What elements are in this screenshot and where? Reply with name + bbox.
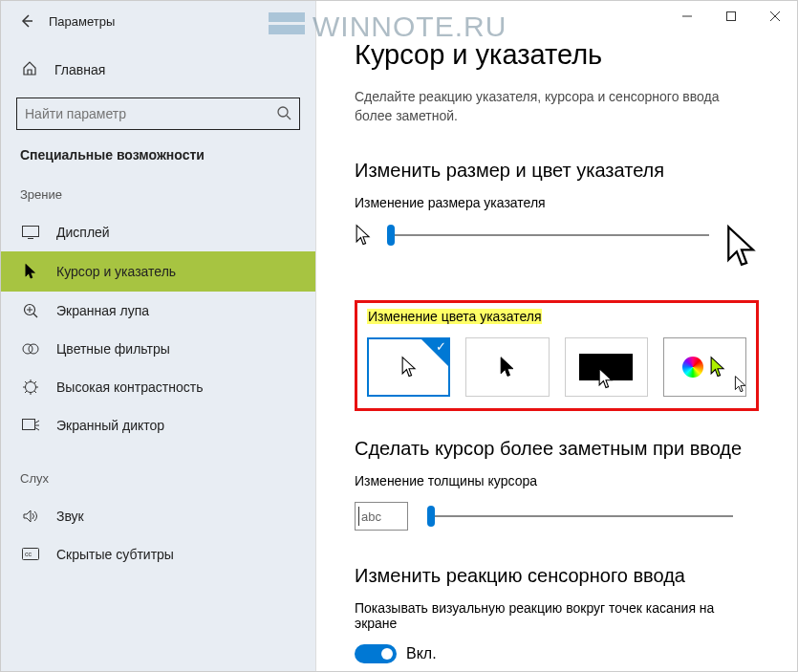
color-filters-icon: [22, 342, 39, 356]
touch-feedback-toggle-label: Вкл.: [406, 645, 437, 662]
sidebar-item-high-contrast[interactable]: Высокая контрастность: [1, 368, 315, 406]
sidebar-home-label: Главная: [54, 62, 105, 77]
pointer-size-row: [355, 224, 759, 273]
pointer-icon-large: [724, 224, 759, 273]
svg-text:cc: cc: [25, 551, 32, 557]
svg-point-13: [23, 344, 32, 354]
svg-rect-7: [23, 227, 39, 237]
cursor-thickness-preview: abc: [355, 502, 408, 531]
pointer-icon-small: [355, 224, 372, 250]
svg-line-6: [287, 116, 291, 119]
sidebar-home[interactable]: Главная: [1, 54, 315, 88]
page-subtitle: Сделайте реакцию указателя, курсора и се…: [355, 88, 759, 125]
color-wheel-icon: [682, 357, 703, 378]
sidebar-item-label: Звук: [56, 509, 84, 524]
captions-icon: cc: [22, 548, 39, 561]
cursor-thickness-row: abc: [355, 502, 759, 531]
svg-point-15: [26, 382, 36, 393]
back-button[interactable]: [18, 12, 35, 30]
cursor-sample-text: abc: [361, 509, 381, 524]
svg-line-12: [33, 314, 37, 317]
main-content: Курсор и указатель Сделайте реакцию указ…: [316, 1, 797, 671]
close-button[interactable]: [753, 1, 797, 32]
svg-rect-24: [23, 420, 35, 430]
sidebar-item-label: Экранная лупа: [56, 303, 149, 318]
home-icon: [22, 60, 37, 78]
sidebar-section-label: Специальные возможности: [1, 147, 315, 187]
svg-line-21: [34, 391, 36, 393]
section-pointer-heading: Изменить размер и цвет указателя: [355, 160, 759, 182]
minimize-button[interactable]: [665, 1, 709, 32]
sidebar-item-label: Цветные фильтры: [56, 341, 170, 357]
sidebar-item-magnifier[interactable]: Экранная лупа: [1, 292, 315, 330]
magnifier-icon: [22, 303, 39, 318]
sidebar-group-hearing: Слух: [1, 471, 315, 497]
sidebar-item-color-filters[interactable]: Цветные фильтры: [1, 330, 315, 368]
section-cursor-heading: Сделать курсор более заметным при вводе: [355, 438, 759, 460]
sidebar-item-label: Скрытые субтитры: [56, 547, 174, 562]
page-title: Курсор и указатель: [355, 39, 759, 71]
pointer-size-label: Изменение размера указателя: [355, 195, 759, 210]
window-controls: [665, 1, 797, 32]
pointer-color-black[interactable]: [465, 337, 549, 397]
maximize-button[interactable]: [709, 1, 753, 32]
sidebar-item-audio[interactable]: Звук: [1, 497, 315, 535]
cursor-thickness-label: Изменение толщины курсора: [355, 473, 759, 488]
sidebar-item-narrator[interactable]: Экранный диктор: [1, 406, 315, 444]
touch-feedback-label: Показывать визуальную реакцию вокруг точ…: [355, 600, 759, 631]
contrast-icon: [22, 379, 39, 395]
svg-line-20: [25, 381, 27, 383]
svg-line-23: [25, 391, 27, 393]
svg-line-22: [34, 381, 36, 383]
search-box[interactable]: [16, 98, 300, 130]
section-touch-heading: Изменить реакцию сенсорного ввода: [355, 565, 759, 587]
sidebar-item-captions[interactable]: cc Скрытые субтитры: [1, 535, 315, 574]
sidebar-item-display[interactable]: Дисплей: [1, 213, 315, 251]
narrator-icon: [22, 419, 39, 432]
cursor-thickness-slider[interactable]: [427, 505, 733, 528]
svg-rect-1: [727, 12, 736, 21]
touch-feedback-toggle[interactable]: [355, 644, 397, 663]
pointer-color-section: Изменение цвета указателя: [355, 300, 759, 411]
sidebar-item-cursor[interactable]: Курсор и указатель: [1, 251, 315, 292]
sidebar-item-label: Высокая контрастность: [56, 379, 203, 395]
search-icon: [276, 105, 291, 123]
svg-point-5: [278, 107, 288, 117]
sidebar-group-vision: Зрение: [1, 187, 315, 213]
display-icon: [22, 226, 39, 239]
audio-icon: [22, 509, 39, 523]
app-title: Параметры: [49, 14, 115, 29]
pointer-size-slider[interactable]: [387, 224, 709, 247]
hover-cursor-icon: [734, 375, 747, 398]
pointer-color-inverted[interactable]: [565, 337, 648, 397]
sidebar-item-label: Курсор и указатель: [56, 264, 176, 279]
sidebar-item-label: Дисплей: [56, 225, 110, 240]
cursor-icon: [22, 263, 39, 280]
pointer-color-white[interactable]: [367, 337, 450, 397]
sidebar: Параметры Главная Специальные возможност…: [1, 1, 316, 671]
pointer-color-custom[interactable]: [663, 337, 746, 397]
svg-point-14: [29, 344, 38, 354]
pointer-color-label: Изменение цвета указателя: [367, 309, 542, 324]
search-input[interactable]: [25, 106, 276, 121]
sidebar-item-label: Экранный диктор: [56, 418, 164, 433]
